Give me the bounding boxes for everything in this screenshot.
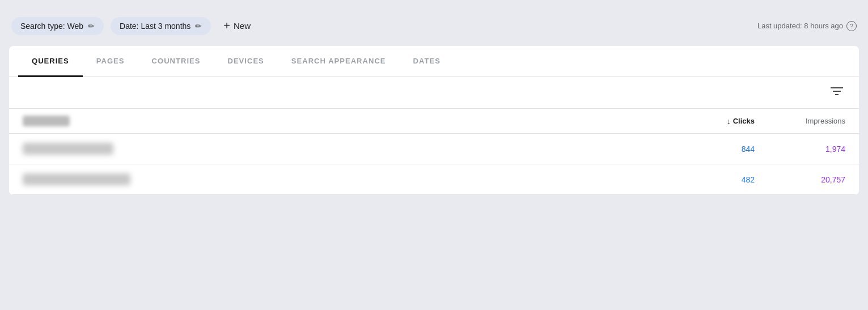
last-updated-text: Last updated: 8 hours ago [757,22,843,30]
search-type-label: Search type: Web [20,22,83,31]
row-1-impressions: 1,974 [755,145,845,154]
header-impressions[interactable]: Impressions [755,117,845,125]
filter-button[interactable] [828,84,845,101]
header-query: Top queries [23,116,664,126]
table-row: xxxxxxxxx xxx 844 1,974 [9,134,859,164]
new-button[interactable]: + New [218,15,256,37]
search-type-filter[interactable]: Search type: Web ✏ [11,17,104,35]
filter-row [9,77,859,109]
plus-icon: + [223,19,230,32]
tab-countries[interactable]: COUNTRIES [138,46,214,77]
row-1-query: xxxxxxxxx xxx [23,143,664,155]
main-card: QUERIES PAGES COUNTRIES DEVICES SEARCH A… [9,46,859,195]
date-edit-icon: ✏ [195,22,202,31]
results-table: Top queries ↓ Clicks Impressions xxxxxxx… [9,109,859,195]
help-icon[interactable]: ? [846,21,857,31]
last-updated-area: Last updated: 8 hours ago ? [757,21,857,31]
row-2-impressions: 20,757 [755,175,845,184]
tabs-bar: QUERIES PAGES COUNTRIES DEVICES SEARCH A… [9,46,859,77]
tab-pages[interactable]: PAGES [83,46,138,77]
new-label: New [234,21,251,31]
tab-dates[interactable]: DATES [400,46,454,77]
date-filter[interactable]: Date: Last 3 months ✏ [111,17,211,35]
date-label: Date: Last 3 months [120,22,190,31]
top-bar: Search type: Web ✏ Date: Last 3 months ✏… [9,9,859,46]
tab-search-appearance[interactable]: SEARCH APPEARANCE [278,46,400,77]
header-clicks[interactable]: ↓ Clicks [664,117,755,126]
tab-queries[interactable]: QUERIES [18,46,83,77]
search-type-edit-icon: ✏ [88,22,95,31]
sort-arrow: ↓ [727,117,731,126]
row-2-clicks: 482 [664,175,755,184]
top-queries-label: Top queries [23,116,70,126]
row-2-query: xxxxxxxx xxxxxxxx [23,173,664,185]
table-header: Top queries ↓ Clicks Impressions [9,109,859,134]
tab-devices[interactable]: DEVICES [214,46,277,77]
row-1-clicks: 844 [664,145,755,154]
clicks-label: Clicks [733,117,755,125]
table-row: xxxxxxxx xxxxxxxx 482 20,757 [9,164,859,195]
impressions-label: Impressions [806,117,845,125]
